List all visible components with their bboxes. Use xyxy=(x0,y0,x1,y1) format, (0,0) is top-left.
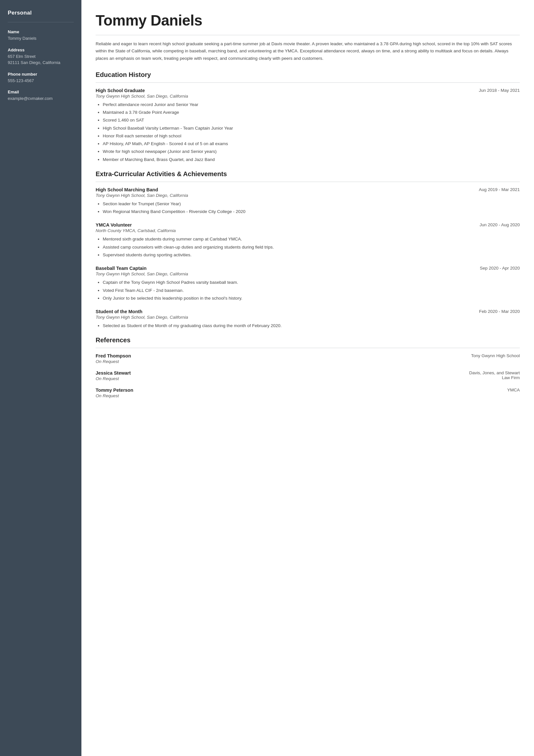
extracurricular-entry-0: High School Marching Band Aug 2019 - Mar… xyxy=(96,187,520,216)
extracurricular-heading: Extra-Curricular Activities & Achievemen… xyxy=(96,170,520,178)
marching-band-title: High School Marching Band xyxy=(96,187,158,192)
ref-contact-1: On Request xyxy=(96,376,456,381)
bullet-item: Only Junior to be selected this leadersh… xyxy=(103,295,520,302)
bullet-item: Member of Marching Band, Brass Quartet, … xyxy=(103,156,520,163)
bullet-item: Scored 1,460 on SAT xyxy=(103,117,520,124)
marching-band-date: Aug 2019 - Mar 2021 xyxy=(479,187,520,192)
bullet-item: Section leader for Trumpet (Senior Year) xyxy=(103,201,520,207)
bullet-item: AP History, AP Math, AP English - Scored… xyxy=(103,140,520,148)
bullet-item: Assisted camp counselors with clean-up d… xyxy=(103,244,520,251)
sidebar-section-title: Personal xyxy=(8,10,74,16)
ref-contact-2: On Request xyxy=(96,393,502,398)
bullet-item: Supervised students during sporting acti… xyxy=(103,252,520,258)
sidebar-value-address: 657 Elm Street92111 San Diego, Californi… xyxy=(8,53,74,66)
ref-name-2: Tommy Peterson xyxy=(96,388,502,393)
ymca-subtitle: North County YMCA, Carlsbad, California xyxy=(96,228,520,233)
education-entry-date: Jun 2018 - May 2021 xyxy=(479,88,520,93)
bullet-item: Captain of the Tony Gwynn High School Pa… xyxy=(103,279,520,286)
student-month-date: Feb 2020 - Mar 2020 xyxy=(479,309,520,314)
references-heading: References xyxy=(96,337,520,344)
marching-band-bullets: Section leader for Trumpet (Senior Year)… xyxy=(96,201,520,216)
reference-entry-0: Fred Thompson On Request Tony Gwynn High… xyxy=(96,353,520,364)
extracurricular-entry-3: Student of the Month Feb 2020 - Mar 2020… xyxy=(96,309,520,329)
baseball-title: Baseball Team Captain xyxy=(96,266,147,271)
ref-name-1: Jessica Stewart xyxy=(96,370,456,376)
education-bullets: Perfect attendance record Junior and Sen… xyxy=(96,101,520,163)
bullet-item: Mentored sixth grade students during sum… xyxy=(103,236,520,243)
reference-entry-2: Tommy Peterson On Request YMCA xyxy=(96,388,520,398)
name-divider xyxy=(96,35,520,35)
main-content: Tommy Daniels Reliable and eager to lear… xyxy=(81,0,534,756)
sidebar-value-name: Tommy Daniels xyxy=(8,35,74,42)
ref-contact-0: On Request xyxy=(96,359,466,364)
extracurricular-entry-1: YMCA Volunteer Jun 2020 - Aug 2020 North… xyxy=(96,222,520,258)
extracurricular-divider xyxy=(96,182,520,182)
ymca-bullets: Mentored sixth grade students during sum… xyxy=(96,236,520,258)
sidebar: Personal Name Tommy Daniels Address 657 … xyxy=(0,0,81,756)
education-entry-subtitle: Tony Gwynn High School, San Diego, Calif… xyxy=(96,94,520,98)
student-month-title: Student of the Month xyxy=(96,309,142,314)
extracurricular-entry-2: Baseball Team Captain Sep 2020 - Apr 202… xyxy=(96,266,520,302)
education-entry-0: High School Graduate Jun 2018 - May 2021… xyxy=(96,88,520,163)
sidebar-value-phone: 555-123-4567 xyxy=(8,78,74,84)
ref-name-0: Fred Thompson xyxy=(96,353,466,359)
bullet-item: Maintained a 3.78 Grade Point Average xyxy=(103,109,520,116)
marching-band-subtitle: Tony Gwynn High School, San Diego, Calif… xyxy=(96,193,520,198)
bullet-item: High School Baseball Varsity Letterman -… xyxy=(103,125,520,132)
sidebar-field-name: Name Tommy Daniels xyxy=(8,29,74,42)
ymca-date: Jun 2020 - Aug 2020 xyxy=(479,222,520,227)
bullet-item: Perfect attendance record Junior and Sen… xyxy=(103,101,520,108)
sidebar-label-address: Address xyxy=(8,47,74,52)
baseball-date: Sep 2020 - Apr 2020 xyxy=(480,266,520,271)
sidebar-field-address: Address 657 Elm Street92111 San Diego, C… xyxy=(8,47,74,66)
sidebar-value-email: example@cvmaker.com xyxy=(8,95,74,102)
bullet-item: Honor Roll each semester of high school xyxy=(103,132,520,140)
bullet-item: Voted First Team ALL CIF - 2nd baseman. xyxy=(103,287,520,294)
ref-org-1: Davis, Jones, and Stewart Law Firm xyxy=(462,370,520,380)
bullet-item: Won Regional Marching Band Competition -… xyxy=(103,208,520,215)
baseball-bullets: Captain of the Tony Gwynn High School Pa… xyxy=(96,279,520,302)
ymca-title: YMCA Volunteer xyxy=(96,222,132,228)
bullet-item: Selected as Student of the Month of my g… xyxy=(103,322,520,329)
resume-name: Tommy Daniels xyxy=(96,12,520,29)
student-month-bullets: Selected as Student of the Month of my g… xyxy=(96,322,520,329)
sidebar-label-phone: Phone number xyxy=(8,72,74,77)
sidebar-divider xyxy=(8,22,74,22)
sidebar-field-phone: Phone number 555-123-4567 xyxy=(8,72,74,84)
ref-org-2: YMCA xyxy=(507,388,520,392)
reference-entry-1: Jessica Stewart On Request Davis, Jones,… xyxy=(96,370,520,381)
education-heading: Education History xyxy=(96,71,520,79)
references-divider xyxy=(96,348,520,348)
summary-text: Reliable and eager to learn recent high … xyxy=(96,40,520,62)
sidebar-field-email: Email example@cvmaker.com xyxy=(8,90,74,102)
ref-org-0: Tony Gwynn High School xyxy=(471,353,520,358)
baseball-subtitle: Tony Gwynn High School, San Diego, Calif… xyxy=(96,272,520,276)
bullet-item: Wrote for high school newspaper (Junior … xyxy=(103,148,520,155)
education-entry-title: High School Graduate xyxy=(96,88,145,93)
education-divider xyxy=(96,82,520,83)
sidebar-label-email: Email xyxy=(8,90,74,94)
sidebar-label-name: Name xyxy=(8,29,74,34)
education-entry-header: High School Graduate Jun 2018 - May 2021 xyxy=(96,88,520,93)
student-month-subtitle: Tony Gwynn High School, San Diego, Calif… xyxy=(96,315,520,320)
